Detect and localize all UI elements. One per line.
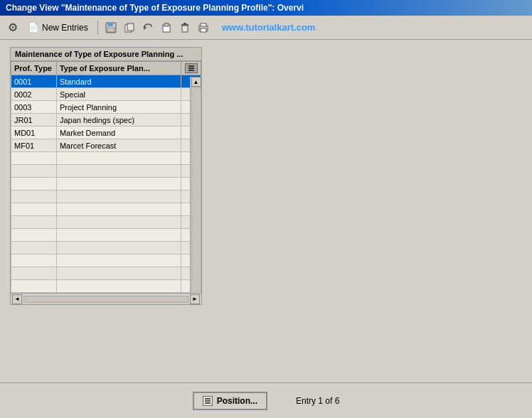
table-row[interactable]: 0003Project Planning	[11, 101, 201, 114]
svg-rect-8	[182, 26, 188, 32]
table-row[interactable]: MF01Marcet Forecast	[11, 139, 201, 152]
table-row[interactable]	[11, 203, 201, 216]
cell-exposure-plan: Japan hedings (spec)	[56, 114, 181, 127]
cell-exposure-plan	[56, 165, 181, 178]
delete-icon[interactable]	[178, 21, 192, 35]
cell-prof-type	[11, 280, 57, 293]
cell-prof-type: JR01	[11, 114, 57, 127]
table-row[interactable]	[11, 191, 201, 203]
cell-prof-type	[11, 203, 57, 216]
svg-rect-16	[188, 70, 194, 71]
svg-rect-15	[188, 68, 194, 69]
svg-rect-18	[205, 400, 211, 402]
table-row[interactable]	[11, 267, 201, 280]
svg-rect-4	[127, 23, 134, 31]
table-row[interactable]: 0002Special	[11, 88, 201, 101]
table-container: Prof. Type Type of Exposure Plan...	[11, 61, 201, 293]
cell-exposure-plan: Marcet Forecast	[56, 139, 181, 152]
cell-exposure-plan	[56, 152, 181, 165]
cell-prof-type: 0001	[11, 75, 57, 88]
table-row[interactable]	[11, 152, 201, 165]
paste-icon[interactable]	[159, 21, 174, 35]
cell-prof-type	[11, 229, 57, 242]
position-button[interactable]: Position...	[193, 392, 267, 410]
cell-prof-type	[11, 178, 57, 191]
svg-rect-2	[107, 28, 115, 32]
cell-exposure-plan	[56, 229, 181, 242]
table-row[interactable]	[11, 242, 201, 254]
panel-title: Maintenance of Type of Exposure Planning…	[11, 48, 201, 61]
col-header-icon[interactable]	[181, 62, 201, 75]
svg-rect-10	[183, 23, 186, 24]
toolbar-sep-1	[97, 21, 98, 35]
title-text: Change View "Maintenance of Type of Expo…	[6, 3, 304, 13]
table-row[interactable]	[11, 165, 201, 178]
col-header-prof-type: Prof. Type	[11, 62, 57, 75]
cell-prof-type	[11, 267, 57, 280]
save-icon[interactable]	[104, 21, 118, 35]
svg-rect-7	[164, 23, 169, 26]
cell-exposure-plan	[56, 216, 181, 229]
table-row[interactable]	[11, 229, 201, 242]
scroll-right-button[interactable]: ►	[190, 294, 200, 304]
cell-prof-type	[11, 165, 57, 178]
col-header-exposure-plan: Type of Exposure Plan...	[56, 62, 181, 75]
cell-exposure-plan	[56, 203, 181, 216]
cell-prof-type	[11, 191, 57, 203]
svg-rect-19	[205, 402, 211, 404]
table-row[interactable]	[11, 280, 201, 293]
cell-exposure-plan	[56, 242, 181, 254]
watermark-text: www.tutorialkart.com	[222, 22, 316, 33]
toolbar: ⚙ 📄 New Entries	[0, 16, 532, 40]
cell-exposure-plan	[56, 254, 181, 267]
table-row[interactable]	[11, 216, 201, 229]
cell-prof-type	[11, 216, 57, 229]
new-entries-button[interactable]: 📄 New Entries	[24, 20, 92, 35]
svg-rect-1	[107, 23, 113, 26]
cell-exposure-plan	[56, 178, 181, 191]
svg-rect-9	[181, 24, 188, 26]
table-row[interactable]: JR01Japan hedings (spec)	[11, 114, 201, 127]
scroll-track	[191, 87, 201, 293]
svg-rect-17	[205, 398, 211, 400]
table-row[interactable]: MD01Market Demand	[11, 127, 201, 139]
position-icon	[203, 396, 213, 406]
cell-exposure-plan	[56, 191, 181, 203]
cell-prof-type	[11, 254, 57, 267]
cell-exposure-plan: Standard	[56, 75, 181, 88]
new-entries-label: New Entries	[42, 23, 88, 33]
cell-exposure-plan	[56, 280, 181, 293]
cell-exposure-plan: Market Demand	[56, 127, 181, 139]
data-panel: Maintenance of Type of Exposure Planning…	[10, 47, 202, 305]
table-row[interactable]: 0001Standard	[11, 75, 201, 88]
new-entries-icon: 📄	[28, 22, 39, 33]
print-icon[interactable]	[196, 21, 211, 35]
cell-prof-type: 0003	[11, 101, 57, 114]
cell-exposure-plan: Special	[56, 88, 181, 101]
scroll-up-button[interactable]: ▲	[191, 77, 201, 87]
position-label: Position...	[217, 396, 257, 406]
cell-prof-type: MF01	[11, 139, 57, 152]
cell-prof-type	[11, 152, 57, 165]
cell-exposure-plan	[56, 267, 181, 280]
table-row[interactable]	[11, 178, 201, 191]
cell-exposure-plan: Project Planning	[56, 101, 181, 114]
horizontal-scrollbar[interactable]: ◄ ►	[11, 293, 201, 304]
title-bar: Change View "Maintenance of Type of Expo…	[0, 0, 532, 16]
hscroll-track	[23, 296, 188, 303]
toolbar-config-icon[interactable]: ⚙	[6, 21, 20, 35]
cell-prof-type	[11, 242, 57, 254]
vertical-scrollbar[interactable]: ▲ ▼	[190, 77, 201, 293]
copy-icon[interactable]	[122, 21, 137, 35]
svg-rect-14	[188, 65, 194, 67]
svg-rect-12	[201, 23, 206, 26]
cell-prof-type: MD01	[11, 127, 57, 139]
column-settings-icon[interactable]	[185, 63, 198, 73]
entry-info: Entry 1 of 6	[296, 396, 339, 406]
scroll-left-button[interactable]: ◄	[12, 294, 22, 304]
status-bar: Position... Entry 1 of 6	[0, 382, 532, 418]
undo-icon[interactable]	[141, 21, 155, 35]
table-row[interactable]	[11, 254, 201, 267]
cell-prof-type: 0002	[11, 88, 57, 101]
main-content: Maintenance of Type of Exposure Planning…	[0, 40, 532, 382]
